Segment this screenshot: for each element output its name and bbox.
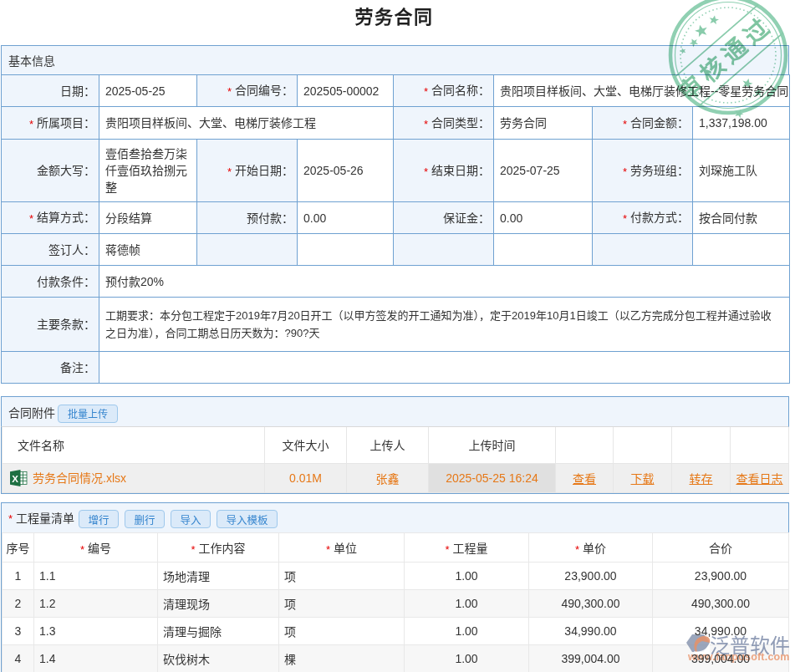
svg-text:X: X (12, 474, 18, 484)
svg-text:审核通过: 审核通过 (673, 11, 777, 107)
